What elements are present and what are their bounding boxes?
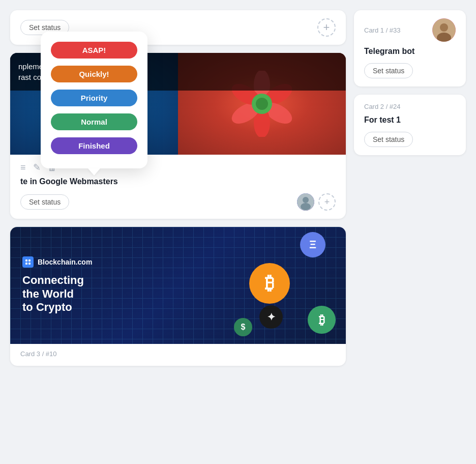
status-option-priority[interactable]: Priority	[51, 90, 137, 106]
svg-rect-22	[28, 259, 31, 262]
blockchain-headline: Connecting the World to Crypto	[22, 274, 92, 314]
list-icon[interactable]: ≡	[20, 162, 26, 173]
coin-btc-orange: ₿	[249, 263, 290, 304]
right-card-2-num: Card 2 / #24	[364, 103, 401, 110]
right-card-2-status-btn[interactable]: Set status	[364, 132, 413, 147]
card3-num: Card 3 / #10	[20, 350, 336, 358]
svg-rect-23	[25, 263, 27, 265]
right-avatar-1	[432, 18, 456, 42]
svg-point-19	[303, 197, 309, 203]
card3-info: Card 3 / #10	[10, 344, 346, 366]
right-card-1-header: Card 1 / #33	[364, 18, 456, 42]
card-blockchain: Blockchain.com Connecting the World to C…	[10, 227, 346, 366]
blockchain-logo-icon	[22, 256, 34, 268]
right-column: Card 1 / #33 Telegram bot Set status Car…	[354, 10, 466, 454]
coin-eth: Ξ	[300, 232, 325, 257]
left-column: Set status + ASAP! Quickly! Priority Nor…	[10, 10, 346, 454]
status-option-normal[interactable]: Normal	[51, 113, 137, 130]
add-member-button-card2[interactable]: +	[318, 193, 336, 211]
svg-point-20	[301, 203, 311, 210]
status-option-finished[interactable]: Finished	[51, 137, 137, 154]
right-card-1-title: Telegram bot	[364, 47, 456, 56]
svg-point-17	[256, 98, 268, 110]
svg-point-26	[440, 23, 448, 32]
coin-dollar: $	[234, 318, 252, 336]
svg-rect-21	[25, 259, 27, 262]
right-card-1-num: Card 1 / #33	[364, 26, 401, 34]
avatar-user	[297, 193, 314, 211]
blockchain-image: Blockchain.com Connecting the World to C…	[10, 227, 346, 344]
add-member-button-top[interactable]: +	[317, 18, 336, 37]
set-status-button-card2[interactable]: Set status	[20, 194, 69, 210]
blockchain-logo-label: Blockchain.com	[38, 258, 92, 266]
status-option-quickly[interactable]: Quickly!	[51, 66, 137, 82]
card-footer: Set status +	[20, 193, 336, 211]
status-dropdown: ASAP! Quickly! Priority Normal Finished	[41, 32, 147, 168]
card-flower-title: te in Google Webmasters	[20, 177, 336, 186]
card-footer-left: Set status	[20, 194, 69, 210]
right-card-1-status-btn[interactable]: Set status	[364, 63, 413, 78]
coin-stellar: ✦	[259, 305, 283, 329]
right-card-2-header: Card 2 / #24	[364, 103, 456, 110]
blockchain-coins: ₿ Ξ ₿ $ ✦	[234, 227, 336, 344]
board: Set status + ASAP! Quickly! Priority Nor…	[0, 0, 476, 464]
status-option-asap[interactable]: ASAP!	[51, 42, 137, 59]
right-card-2-title: For test 1	[364, 115, 456, 125]
blockchain-text: Blockchain.com Connecting the World to C…	[22, 256, 92, 314]
right-card-2: Card 2 / #24 For test 1 Set status	[354, 95, 466, 155]
blockchain-logo-row: Blockchain.com	[22, 256, 92, 268]
right-card-1: Card 1 / #33 Telegram bot Set status	[354, 10, 466, 86]
coin-btc-green: ₿	[308, 306, 336, 334]
svg-rect-24	[28, 263, 31, 265]
edit-icon[interactable]: ✎	[33, 162, 41, 173]
